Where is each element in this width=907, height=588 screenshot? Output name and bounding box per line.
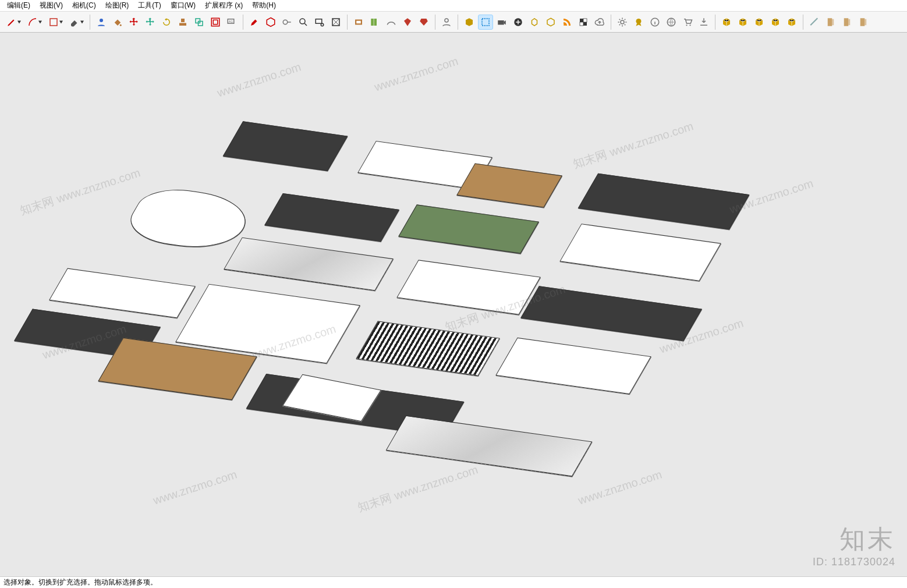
box-hint-button[interactable] <box>784 15 799 30</box>
toolbar-separator <box>347 15 348 30</box>
sandbox-button[interactable] <box>384 15 399 30</box>
model-object[interactable] <box>49 268 196 318</box>
menu-help[interactable]: 帮助(H) <box>247 0 281 12</box>
select-people-button[interactable] <box>94 15 109 30</box>
model-object[interactable] <box>356 321 500 376</box>
pushpull-button[interactable] <box>175 15 190 30</box>
watermark-text: www.znzmo.com <box>373 54 460 94</box>
menu-tools[interactable]: 工具(T) <box>133 0 165 12</box>
menu-camera[interactable]: 相机(C) <box>68 0 101 12</box>
menu-view[interactable]: 视图(V) <box>35 0 68 12</box>
hex-button[interactable] <box>543 15 558 30</box>
globe-button[interactable] <box>664 15 679 30</box>
knife-button[interactable] <box>807 15 822 30</box>
gem-button[interactable] <box>400 15 415 30</box>
menu-extensions[interactable]: 扩展程序 (x) <box>200 0 247 12</box>
model-object[interactable] <box>398 204 539 254</box>
text-label-icon: A1 <box>226 17 237 27</box>
model-viewport[interactable]: 知末网 www.znzmo.com www.znzmo.com www.znzm… <box>0 33 907 576</box>
menu-window[interactable]: 窗口(W) <box>166 0 200 12</box>
camera-icon <box>497 17 507 27</box>
model-object[interactable] <box>396 260 541 315</box>
badge-button[interactable] <box>631 15 646 30</box>
box-union-button[interactable] <box>768 15 783 30</box>
menu-edit[interactable]: 编辑(E) <box>2 0 35 12</box>
cart-button[interactable] <box>680 15 695 30</box>
camera-button[interactable] <box>494 15 509 30</box>
model-object[interactable] <box>264 193 399 242</box>
toolbar-separator <box>458 15 458 30</box>
toolbar-group <box>245 15 346 30</box>
box-solid-icon <box>721 17 732 27</box>
model-object[interactable] <box>456 163 562 207</box>
ruby-icon <box>419 17 429 27</box>
chevron-down-icon <box>59 20 63 23</box>
toolbar-group: A1 <box>91 15 242 30</box>
model-object[interactable] <box>495 338 651 394</box>
move-red-button[interactable] <box>126 15 141 30</box>
panel1-button[interactable] <box>823 15 838 30</box>
axis-blue <box>17 33 38 576</box>
svg-rect-6 <box>213 20 218 24</box>
download-button[interactable] <box>696 15 711 30</box>
arc-button[interactable] <box>24 15 44 30</box>
cloud-up-button[interactable] <box>592 15 607 30</box>
ruby-button[interactable] <box>416 15 431 30</box>
gem-icon <box>402 17 413 27</box>
toolbar-group <box>1 15 88 30</box>
pencil-icon <box>6 17 17 27</box>
panel2-button[interactable] <box>839 15 855 30</box>
model-object[interactable] <box>578 173 750 230</box>
model-object[interactable] <box>386 416 593 477</box>
model-object[interactable] <box>520 286 702 341</box>
box-solid-button[interactable] <box>719 15 734 30</box>
panel1-icon <box>825 17 836 27</box>
eraser-button[interactable] <box>66 15 86 30</box>
checker-button[interactable] <box>576 15 591 30</box>
knife-icon <box>809 17 820 27</box>
offset-icon <box>210 17 221 27</box>
shape-button[interactable] <box>45 15 65 30</box>
zoom-extents-icon <box>331 17 341 27</box>
model-object[interactable] <box>559 224 721 281</box>
add-circle-button[interactable] <box>511 15 526 30</box>
info-button[interactable] <box>647 15 662 30</box>
status-bar: 选择对象。切换到扩充选择。拖动鼠标选择多项。 <box>0 576 907 588</box>
watermark-text: www.znzmo.com <box>576 467 664 507</box>
package-button[interactable] <box>462 15 477 30</box>
box-outer-button[interactable] <box>735 15 750 30</box>
user-button[interactable] <box>439 15 454 30</box>
chevron-down-icon <box>38 20 42 23</box>
zoom-window-icon <box>314 17 325 27</box>
toolbar-group <box>805 15 873 30</box>
arc-icon <box>27 17 38 27</box>
offset-button[interactable] <box>208 15 223 30</box>
box-split-button[interactable] <box>752 15 767 30</box>
paint-bucket-button[interactable] <box>110 15 125 30</box>
zoom-window-button[interactable] <box>312 15 327 30</box>
box-split-icon <box>754 17 764 27</box>
rotate-button[interactable] <box>159 15 174 30</box>
text-label-button[interactable]: A1 <box>224 15 239 30</box>
menu-draw[interactable]: 绘图(R) <box>101 0 134 12</box>
select-box-button[interactable] <box>478 15 493 30</box>
library-button[interactable] <box>367 15 382 30</box>
model-object[interactable] <box>223 121 348 171</box>
rss-button[interactable] <box>559 15 575 30</box>
pencil-button[interactable] <box>3 15 23 30</box>
eyedropper-button[interactable] <box>247 15 262 30</box>
zoom-button[interactable] <box>296 15 311 30</box>
scale-button[interactable] <box>192 15 207 30</box>
tape-measure-button[interactable] <box>279 15 295 30</box>
toolbar-group <box>717 15 802 30</box>
cube-wire-button[interactable] <box>527 15 542 30</box>
zoom-extents-button[interactable] <box>328 15 343 30</box>
dynamic-button[interactable] <box>351 15 366 30</box>
toolbar-group <box>349 15 434 30</box>
watermark-text: www.znzmo.com <box>215 60 303 100</box>
panel3-button[interactable] <box>856 15 871 30</box>
gear-button[interactable] <box>615 15 630 30</box>
move-green-button[interactable] <box>143 15 158 30</box>
eyedropper-icon <box>249 17 260 27</box>
component-button[interactable] <box>263 15 278 30</box>
